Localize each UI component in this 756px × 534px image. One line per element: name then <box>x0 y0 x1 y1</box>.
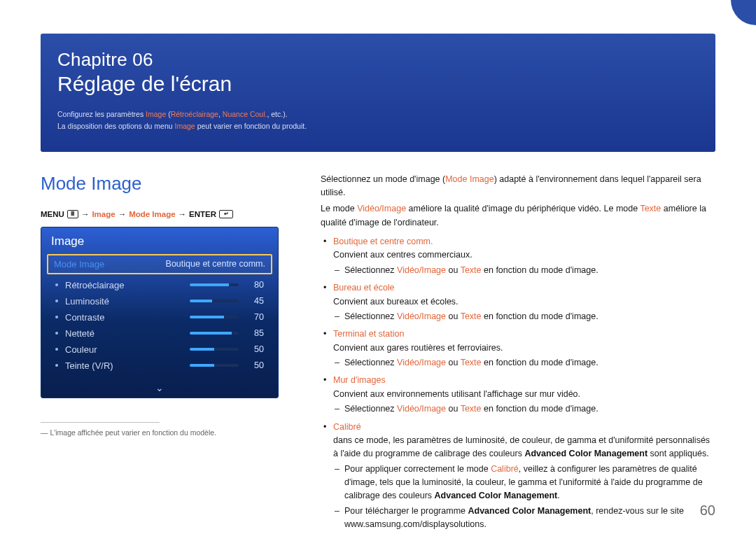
osd-row-label: Mode Image <box>54 259 104 269</box>
mode-desc: Convient aux centres commerciaux. <box>333 248 715 262</box>
osd-slider-row[interactable]: Netteté85 <box>44 325 275 342</box>
slider-value: 45 <box>246 296 264 306</box>
mode-item: Terminal et stationConvient aux gares ro… <box>321 328 715 370</box>
mode-desc: Convient aux gares routières et ferrovia… <box>333 342 715 355</box>
slider-fill <box>190 332 232 335</box>
bc-image: Image <box>92 210 115 218</box>
chapter-description: Configurez les paramètres Image (Rétroéc… <box>57 108 699 132</box>
mode-head: Mur d'images <box>333 374 715 387</box>
bullet-icon <box>55 300 58 302</box>
intro-paragraph-1: Sélectionnez un mode d'image (Mode Image… <box>321 173 715 200</box>
slider-name: Couleur <box>65 344 183 355</box>
osd-slider-row[interactable]: Luminosité45 <box>44 293 275 309</box>
mode-head: Calibré <box>333 421 715 434</box>
slider-track[interactable] <box>190 348 239 351</box>
left-column: Mode Image MENU Ⅲ → Image → Mode Image →… <box>41 173 279 534</box>
slider-fill <box>190 316 224 318</box>
slider-value: 50 <box>246 344 264 354</box>
slider-name: Luminosité <box>65 296 183 307</box>
slider-value: 50 <box>246 360 264 370</box>
intro-paragraph-2: Le mode Vidéo/Image améliore la qualité … <box>321 202 715 230</box>
slider-fill <box>190 364 214 367</box>
bullet-icon <box>55 364 58 367</box>
enter-icon: ↵ <box>219 210 233 218</box>
slider-track[interactable] <box>190 300 239 302</box>
mode-head: Boutique et centre comm. <box>333 235 715 248</box>
corner-decoration <box>731 0 756 25</box>
slider-name: Netteté <box>65 328 183 339</box>
mode-subnote: Sélectionnez Vidéo/Image ou Texte en fon… <box>333 402 715 416</box>
mode-desc: dans ce mode, les paramètres de luminosi… <box>333 434 715 461</box>
slider-value: 80 <box>246 280 264 290</box>
slider-name: Teinte (V/R) <box>65 360 183 371</box>
mode-head: Terminal et station <box>333 328 715 341</box>
slider-fill <box>190 300 212 302</box>
mode-item-calibre: Calibrédans ce mode, les paramètres de l… <box>321 421 715 532</box>
mode-subnote: Pour appliquer correctement le mode Cali… <box>333 463 715 503</box>
bc-menu-label: MENU <box>41 210 64 218</box>
mode-item: Mur d'imagesConvient aux environnements … <box>321 374 715 416</box>
osd-slider-row[interactable]: Couleur50 <box>44 342 275 358</box>
bc-arrow: → <box>178 210 187 218</box>
bullet-icon <box>55 332 58 335</box>
chapter-header: Chapitre 06 Réglage de l'écran Configure… <box>41 34 715 152</box>
osd-panel: Image Mode Image Boutique et centre comm… <box>41 227 279 398</box>
bc-arrow: → <box>81 210 90 218</box>
chapter-number: Chapitre 06 <box>57 49 699 71</box>
bc-arrow: → <box>118 210 127 218</box>
mode-subnote: Sélectionnez Vidéo/Image ou Texte en fon… <box>333 310 715 323</box>
bullet-icon <box>55 283 58 286</box>
slider-track[interactable] <box>190 316 239 318</box>
osd-slider-row[interactable]: Teinte (V/R)50 <box>44 358 275 374</box>
osd-row-value: Boutique et centre comm. <box>166 259 265 269</box>
osd-row-mode-image[interactable]: Mode Image Boutique et centre comm. <box>47 254 272 274</box>
mode-item: Boutique et centre comm.Convient aux cen… <box>321 235 715 277</box>
mode-subnote: Sélectionnez Vidéo/Image ou Texte en fon… <box>333 356 715 370</box>
footnote: ― L'image affichée peut varier en foncti… <box>41 428 279 437</box>
slider-value: 85 <box>246 328 264 338</box>
mode-head: Bureau et école <box>333 281 715 295</box>
osd-slider-row[interactable]: Rétroéclairage80 <box>44 277 275 293</box>
slider-fill <box>190 348 214 351</box>
menu-breadcrumb: MENU Ⅲ → Image → Mode Image → ENTER ↵ <box>41 210 279 218</box>
page-number: 60 <box>700 503 715 519</box>
mode-subnote: Sélectionnez Vidéo/Image ou Texte en fon… <box>333 264 715 277</box>
slider-name: Rétroéclairage <box>65 280 183 290</box>
menu-icon: Ⅲ <box>67 210 78 218</box>
right-column: Sélectionnez un mode d'image (Mode Image… <box>321 173 715 534</box>
mode-item: Bureau et écoleConvient aux bureaux et é… <box>321 281 715 323</box>
slider-name: Contraste <box>65 312 183 323</box>
slider-value: 70 <box>246 312 264 322</box>
chevron-down-icon[interactable]: ⌄ <box>41 381 278 398</box>
section-title: Mode Image <box>41 173 279 195</box>
chapter-title: Réglage de l'écran <box>57 72 699 96</box>
mode-subnote: Pour télécharger le programme Advanced C… <box>333 505 715 532</box>
slider-fill <box>190 283 229 286</box>
bullet-icon <box>55 316 58 318</box>
slider-track[interactable] <box>190 283 239 286</box>
bc-enter-label: ENTER <box>189 210 216 218</box>
mode-desc: Convient aux environnements utilisant l'… <box>333 388 715 401</box>
mode-desc: Convient aux bureaux et écoles. <box>333 295 715 309</box>
osd-slider-row[interactable]: Contraste70 <box>44 309 275 325</box>
slider-track[interactable] <box>190 332 239 335</box>
osd-panel-title: Image <box>41 227 278 254</box>
footnote-separator <box>41 422 160 423</box>
slider-track[interactable] <box>190 364 239 367</box>
bc-mode-image: Mode Image <box>129 210 175 218</box>
bullet-icon <box>55 348 58 351</box>
